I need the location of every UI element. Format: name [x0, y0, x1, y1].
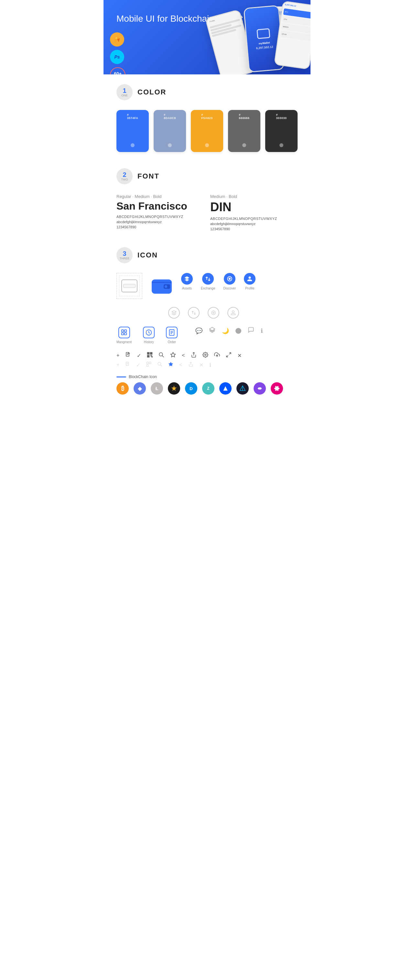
- eth-icon[interactable]: ◆: [134, 382, 146, 395]
- nav-icons-group: Assets Exchange: [181, 273, 256, 299]
- profile-icon-outline[interactable]: [228, 307, 239, 318]
- settings-icon[interactable]: [202, 352, 208, 359]
- svg-point-14: [213, 312, 214, 313]
- font-section-header: 2 TWO FONT: [116, 168, 298, 185]
- search-icon[interactable]: [158, 352, 164, 359]
- check-icon[interactable]: ✓: [137, 353, 141, 359]
- font-sf: Regular · Medium · Bold San Francisco AB…: [116, 194, 204, 231]
- svg-marker-54: [171, 385, 177, 391]
- document-outline-icon[interactable]: [125, 361, 131, 368]
- nav-profile[interactable]: Profile: [244, 273, 256, 290]
- color-swatch-dark: #303030: [265, 110, 298, 152]
- chat-icon[interactable]: 💬: [195, 327, 202, 334]
- plus-outline-icon[interactable]: +: [116, 362, 119, 368]
- matic-icon[interactable]: [253, 382, 266, 395]
- chevron-left-outline-icon[interactable]: <: [179, 362, 182, 368]
- qr-outline-icon[interactable]: [146, 361, 151, 368]
- info-icon[interactable]: ℹ: [261, 327, 263, 334]
- svg-rect-48: [150, 362, 151, 364]
- icon-section: 3 THREE ICON: [116, 247, 298, 395]
- exchange-icon: [202, 273, 214, 285]
- search-outline-icon[interactable]: [157, 361, 162, 368]
- svg-line-43: [226, 355, 228, 357]
- star-icon[interactable]: [170, 352, 176, 359]
- profile-label: Profile: [245, 286, 254, 290]
- color-section-header: 1 ONE COLOR: [116, 84, 298, 100]
- aion-icon[interactable]: [236, 382, 249, 395]
- svg-point-50: [158, 362, 161, 365]
- exchange-icon-outline[interactable]: [188, 307, 199, 318]
- phone-3: 6,297,502.12 BTC ETH WAVES QTUM: [274, 1, 310, 70]
- plus-icon[interactable]: +: [116, 353, 119, 358]
- info-outline-icon[interactable]: ℹ: [209, 362, 211, 368]
- app-history[interactable]: History: [143, 327, 154, 344]
- wallet-icon-filled: [149, 273, 175, 299]
- discover-label: Discover: [223, 286, 236, 290]
- svg-point-12: [229, 278, 231, 280]
- chevron-left-icon[interactable]: <: [182, 353, 185, 358]
- svg-point-61: [276, 388, 277, 389]
- share-outline-icon[interactable]: [188, 361, 193, 368]
- history-icon: [143, 327, 154, 338]
- dot-icon[interactable]: [271, 382, 283, 395]
- close-icon[interactable]: ✕: [237, 353, 242, 359]
- svg-rect-16: [121, 333, 123, 335]
- dash-icon[interactable]: D: [185, 382, 197, 395]
- app-order[interactable]: Order: [166, 327, 178, 344]
- badges-column: Ps 60+ Screens: [110, 32, 126, 75]
- section-number-3: 3 THREE: [116, 247, 132, 263]
- svg-rect-18: [124, 333, 126, 335]
- svg-rect-17: [124, 330, 126, 332]
- moon-icon[interactable]: 🌙: [222, 327, 229, 334]
- nav-exchange[interactable]: Exchange: [201, 273, 215, 290]
- waves-icon[interactable]: [219, 382, 232, 395]
- svg-line-51: [161, 365, 162, 366]
- chat2-icon[interactable]: [248, 327, 254, 335]
- tools-row-2: + ✓: [116, 361, 298, 368]
- app-icons-row: Mangment History: [116, 327, 298, 344]
- btc-icon[interactable]: ₿: [116, 382, 129, 395]
- hero-section: Mobile UI for Blockchain Wallet UI Kit P…: [104, 0, 310, 75]
- assets-icon-outline[interactable]: [168, 307, 180, 318]
- assets-icon: [181, 273, 193, 285]
- svg-marker-38: [171, 353, 176, 357]
- svg-rect-10: [152, 282, 171, 283]
- x-outline-icon[interactable]: ✕: [199, 362, 204, 368]
- blockchain-label: BlockChain Icon: [116, 374, 298, 379]
- zec-icon[interactable]: [168, 382, 180, 395]
- circle-icon[interactable]: [236, 328, 241, 334]
- section-number-2: 2 TWO: [116, 168, 132, 185]
- color-title: COLOR: [137, 88, 166, 96]
- nav-discover[interactable]: Discover: [223, 273, 236, 290]
- font-din: Medium · Bold DIN ABCDEFGHIJKLMNOPQRSTUV…: [210, 194, 298, 231]
- icon-title: ICON: [137, 251, 158, 259]
- share-icon[interactable]: [191, 352, 197, 359]
- discover-icon-outline[interactable]: [208, 307, 219, 318]
- order-label: Order: [167, 340, 176, 344]
- svg-rect-32: [151, 353, 152, 354]
- app-management[interactable]: Mangment: [116, 327, 132, 344]
- icon-guideline-box: [116, 273, 142, 299]
- svg-point-13: [212, 311, 215, 315]
- color-section: 1 ONE COLOR #3574FA #8DA0C8 #F5A623 #666…: [116, 84, 298, 152]
- color-swatch-gray: #666666: [228, 110, 260, 152]
- resize-icon[interactable]: [226, 352, 232, 359]
- check-outline-icon[interactable]: ✓: [136, 362, 140, 368]
- svg-point-40: [204, 354, 206, 356]
- document-icon[interactable]: [125, 352, 131, 359]
- ltc-icon[interactable]: Ł: [151, 382, 163, 395]
- nav-assets[interactable]: Assets: [181, 273, 193, 290]
- color-swatch-slate: #8DA0C8: [154, 110, 186, 152]
- upload-icon[interactable]: [214, 352, 220, 359]
- svg-line-42: [229, 353, 231, 354]
- layers-icon[interactable]: [209, 327, 215, 335]
- svg-point-9: [165, 285, 167, 288]
- svg-point-36: [159, 353, 163, 356]
- ps-badge: Ps: [110, 50, 124, 64]
- qr-icon[interactable]: [147, 352, 153, 359]
- star-filled-icon[interactable]: [168, 361, 174, 368]
- zil-icon[interactable]: Z: [202, 382, 215, 395]
- color-swatch-blue: #3574FA: [116, 110, 149, 152]
- svg-line-37: [162, 355, 164, 357]
- font-title: FONT: [137, 172, 159, 180]
